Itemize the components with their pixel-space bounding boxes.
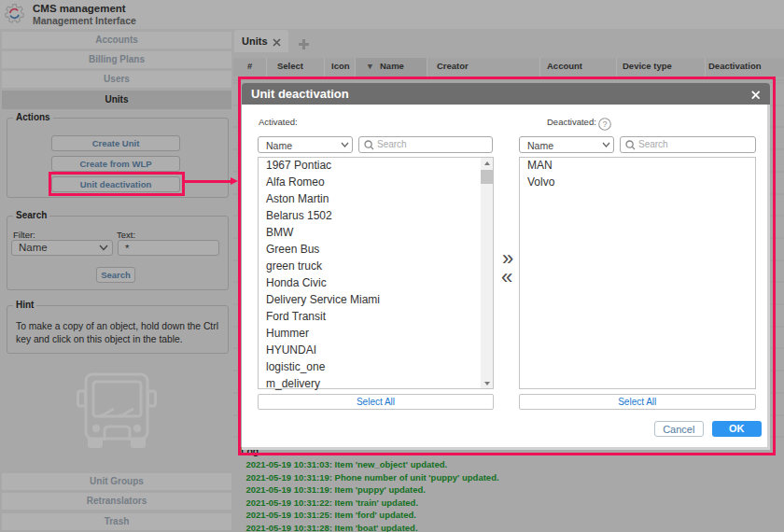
svg-text:?: ? <box>602 119 607 129</box>
